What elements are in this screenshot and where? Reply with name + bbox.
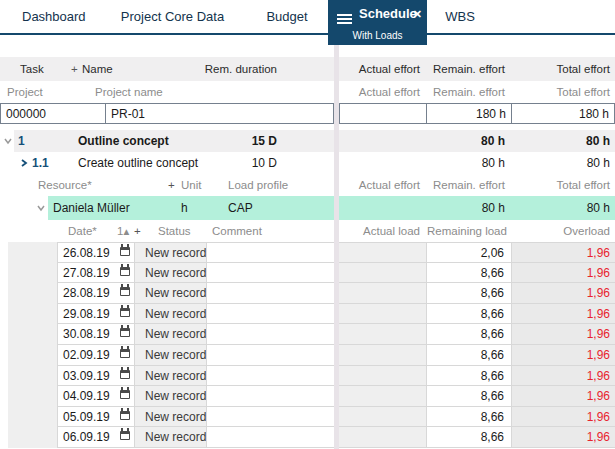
- tab-project-core-data[interactable]: Project Core Data: [110, 0, 235, 33]
- date-cell[interactable]: 28.08.19: [57, 283, 135, 304]
- resource-load-profile[interactable]: CAP: [228, 196, 253, 220]
- resource-name[interactable]: Daniela Müller: [53, 196, 130, 220]
- actual-load-cell[interactable]: [339, 304, 427, 325]
- resource-row[interactable]: Daniela Müller h CAP 80 h 80 h: [0, 196, 615, 220]
- actual-load-cell[interactable]: [339, 324, 427, 345]
- status-cell[interactable]: New record: [135, 242, 207, 263]
- calendar-icon[interactable]: [120, 287, 130, 296]
- add-column-button[interactable]: +: [71, 57, 78, 81]
- actual-load-cell[interactable]: [339, 366, 427, 387]
- project-name-input[interactable]: [105, 103, 334, 124]
- task-name[interactable]: Create outline concept: [78, 152, 198, 174]
- remaining-load-cell[interactable]: 8,66: [427, 304, 512, 325]
- resource-remain-effort[interactable]: 80 h: [427, 196, 512, 220]
- date-cell[interactable]: 27.08.19: [57, 263, 135, 284]
- sort-order-control[interactable]: 1▴: [117, 220, 129, 242]
- status-cell[interactable]: New record: [135, 283, 207, 304]
- actual-load-cell[interactable]: [339, 345, 427, 366]
- actual-load-cell[interactable]: [339, 283, 427, 304]
- actual-load-cell[interactable]: [339, 242, 427, 263]
- remaining-load-cell[interactable]: 8,66: [427, 263, 512, 284]
- add-load-column-button[interactable]: +: [134, 220, 141, 242]
- remaining-load-cell[interactable]: 8,66: [427, 386, 512, 407]
- close-tab-icon[interactable]: ✕: [413, 8, 422, 21]
- comment-cell[interactable]: [207, 304, 334, 325]
- status-cell[interactable]: New record: [135, 345, 207, 366]
- chevron-down-icon[interactable]: [36, 203, 46, 213]
- date-cell[interactable]: 06.09.19: [57, 427, 135, 448]
- task-total-effort[interactable]: 80 h: [512, 152, 615, 174]
- comment-cell[interactable]: [207, 263, 334, 284]
- remaining-load-cell[interactable]: 8,66: [427, 283, 512, 304]
- remaining-load-cell[interactable]: 8,66: [427, 324, 512, 345]
- task-wbs[interactable]: 1.1: [32, 152, 49, 174]
- date-cell[interactable]: 30.08.19: [57, 324, 135, 345]
- task-actual-effort[interactable]: [339, 130, 427, 152]
- calendar-icon[interactable]: [120, 328, 130, 337]
- tab-schedule-label: Schedule: [359, 6, 417, 21]
- comment-cell[interactable]: [207, 386, 334, 407]
- project-actual-effort-input[interactable]: [339, 103, 427, 124]
- remaining-load-cell[interactable]: 8,66: [427, 407, 512, 428]
- resource-total-effort[interactable]: 80 h: [512, 196, 615, 220]
- task-name[interactable]: Outline concept: [78, 130, 169, 152]
- chevron-right-icon[interactable]: [19, 158, 29, 168]
- comment-cell[interactable]: [207, 345, 334, 366]
- hamburger-menu-icon[interactable]: [337, 14, 352, 16]
- date-cell[interactable]: 04.09.19: [57, 386, 135, 407]
- task-total-effort[interactable]: 80 h: [512, 130, 615, 152]
- task-rem-duration[interactable]: 10 D: [252, 152, 277, 174]
- task-actual-effort[interactable]: [339, 152, 427, 174]
- actual-load-cell[interactable]: [339, 407, 427, 428]
- add-resource-column-button[interactable]: +: [168, 174, 175, 196]
- date-cell[interactable]: 03.09.19: [57, 366, 135, 387]
- resource-unit[interactable]: h: [181, 196, 188, 220]
- status-cell[interactable]: New record: [135, 427, 207, 448]
- status-cell[interactable]: New record: [135, 366, 207, 387]
- status-cell[interactable]: New record: [135, 304, 207, 325]
- task-wbs[interactable]: 1: [18, 130, 25, 152]
- comment-cell[interactable]: [207, 366, 334, 387]
- status-cell[interactable]: New record: [135, 324, 207, 345]
- tab-dashboard[interactable]: Dashboard: [22, 0, 78, 33]
- comment-cell[interactable]: [207, 242, 334, 263]
- tab-budget[interactable]: Budget: [252, 0, 322, 33]
- tab-wbs[interactable]: WBS: [430, 0, 490, 33]
- calendar-icon[interactable]: [120, 349, 130, 358]
- date-cell[interactable]: 05.09.19: [57, 407, 135, 428]
- resource-actual-effort[interactable]: [339, 196, 427, 220]
- chevron-down-icon[interactable]: [3, 136, 13, 146]
- remaining-load-cell[interactable]: 2,06: [427, 242, 512, 263]
- remaining-load-cell[interactable]: 8,66: [427, 345, 512, 366]
- comment-cell[interactable]: [207, 324, 334, 345]
- date-value: 26.08.19: [63, 246, 110, 260]
- comment-cell[interactable]: [207, 407, 334, 428]
- tab-schedule-active[interactable]: Schedule ✕ With Loads: [328, 0, 427, 45]
- project-remain-effort-input[interactable]: [426, 103, 512, 124]
- task-remain-effort[interactable]: 80 h: [427, 130, 512, 152]
- remaining-load-cell[interactable]: 8,66: [427, 366, 512, 387]
- calendar-icon[interactable]: [120, 411, 130, 420]
- status-cell[interactable]: New record: [135, 263, 207, 284]
- status-cell[interactable]: New record: [135, 407, 207, 428]
- project-total-effort-input[interactable]: [511, 103, 615, 124]
- actual-load-cell[interactable]: [339, 427, 427, 448]
- actual-load-cell[interactable]: [339, 386, 427, 407]
- calendar-icon[interactable]: [120, 390, 130, 399]
- calendar-icon[interactable]: [120, 370, 130, 379]
- calendar-icon[interactable]: [120, 247, 130, 256]
- comment-cell[interactable]: [207, 283, 334, 304]
- task-rem-duration[interactable]: 15 D: [252, 130, 277, 152]
- date-cell[interactable]: 02.09.19: [57, 345, 135, 366]
- actual-load-cell[interactable]: [339, 263, 427, 284]
- task-remain-effort[interactable]: 80 h: [427, 152, 512, 174]
- date-cell[interactable]: 26.08.19: [57, 242, 135, 263]
- remaining-load-cell[interactable]: 8,66: [427, 427, 512, 448]
- status-cell[interactable]: New record: [135, 386, 207, 407]
- date-cell[interactable]: 29.08.19: [57, 304, 135, 325]
- comment-cell[interactable]: [207, 427, 334, 448]
- calendar-icon[interactable]: [120, 431, 130, 440]
- calendar-icon[interactable]: [120, 308, 130, 317]
- calendar-icon[interactable]: [120, 267, 130, 276]
- project-id-input[interactable]: [0, 103, 106, 124]
